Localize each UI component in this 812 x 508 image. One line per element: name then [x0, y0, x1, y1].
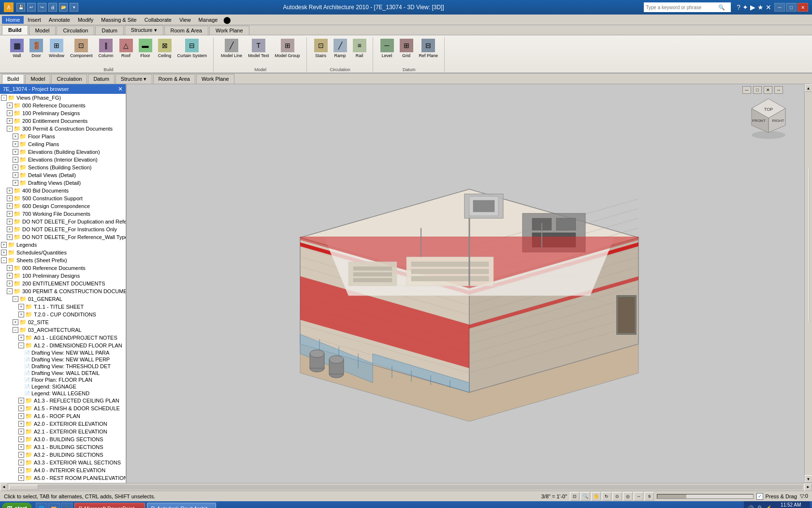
pb-100prelim-sheets[interactable]: + 📁 100 Preliminary Designs — [0, 272, 126, 280]
roof-button[interactable]: △ Roof — [117, 37, 135, 60]
pb-03arch[interactable]: − 📁 03_ARCHITECTURAL — [0, 326, 126, 334]
a40-expander[interactable]: + — [18, 467, 24, 473]
floor-button[interactable]: ▬ Floor — [136, 37, 155, 60]
sections-building-expander[interactable]: + — [13, 164, 18, 170]
wall-button[interactable]: ▦ Wall — [8, 37, 26, 60]
model-text-button[interactable]: T Model Text — [246, 37, 271, 60]
ribbon-tab-model[interactable]: Model — [29, 26, 56, 35]
pb-detail-views[interactable]: + 📁 Detail Views (Detail) — [0, 171, 126, 179]
tool-tab-build[interactable]: Build — [2, 74, 24, 84]
a32-expander[interactable]: + — [18, 452, 24, 458]
pb-legend-signage[interactable]: 📄 Legend: SIGNAGE — [0, 383, 126, 390]
drafting-views-expander[interactable]: + — [13, 180, 18, 186]
scroll-up-button[interactable]: ▲ — [805, 84, 812, 92]
pb-donot-dup[interactable]: + 📁 DO NOT DELETE_For Duplication and Re… — [0, 218, 126, 225]
pb-content[interactable]: − 📁 Views (Phase_FG) + 📁 000 Reference D… — [0, 94, 126, 483]
pb-views-root[interactable]: − 📁 Views (Phase_FG) — [0, 94, 126, 102]
nav-icon-4[interactable]: ↻ — [602, 492, 611, 501]
menu-view[interactable]: View — [175, 16, 195, 24]
column-button[interactable]: ‖ Column — [96, 37, 116, 60]
pb-a30[interactable]: + 📁 A3.0 - BUILDING SECTIONS — [0, 435, 126, 443]
ramp-button[interactable]: ╱ Ramp — [331, 37, 349, 60]
stairs-button[interactable]: ⊡ Stairs — [312, 37, 330, 60]
qa-undo[interactable]: ↩ — [27, 3, 36, 12]
menu-insert[interactable]: Insert — [24, 16, 45, 24]
nav-icon-7[interactable]: ↔ — [634, 492, 643, 501]
detail-views-expander[interactable]: + — [13, 172, 18, 178]
pb-a16[interactable]: + 📁 A1.6 - ROOF PLAN — [0, 412, 126, 420]
pb-a32[interactable]: + 📁 A3.2 - BUILDING SECTIONS — [0, 451, 126, 459]
menu-extra[interactable]: ⬤ — [221, 16, 233, 24]
ribbon-tab-circulation[interactable]: Circulation — [57, 26, 94, 35]
300permit-expander[interactable]: − — [7, 126, 13, 132]
pb-ceiling-plans[interactable]: + 📁 Ceiling Plans — [0, 140, 126, 148]
nav-icon-1[interactable]: ⊡ — [570, 492, 580, 501]
pb-t20[interactable]: + 📁 T.2.0 - CUP CONDITIONS — [0, 311, 126, 318]
star-icon[interactable]: ★ — [757, 3, 764, 11]
vp-ctrl-restore[interactable]: ↔ — [774, 86, 783, 94]
nav-icon-6[interactable]: ◎ — [623, 492, 633, 501]
a16-expander[interactable]: + — [18, 413, 24, 419]
close-small-icon[interactable]: ✕ — [766, 3, 771, 11]
a01-expander[interactable]: + — [18, 335, 24, 341]
pb-400bid[interactable]: + 📁 400 Bid Documents — [0, 187, 126, 194]
pb-sections-building[interactable]: + 📁 Sections (Building Section) — [0, 164, 126, 171]
a31-expander[interactable]: + — [18, 444, 24, 450]
tool-tab-work-plane[interactable]: Work Plane — [196, 74, 234, 84]
model-line-button[interactable]: ╱ Model Line — [218, 37, 245, 60]
pb-01general[interactable]: − 📁 01_GENERAL — [0, 295, 126, 303]
level-button[interactable]: ─ Level — [378, 37, 396, 60]
door-button[interactable]: 🚪 Door — [27, 37, 45, 60]
pb-a40[interactable]: + 📁 A4.0 - INTERIOR ELEVATION — [0, 466, 126, 474]
maximize-button[interactable]: □ — [786, 3, 797, 12]
pb-donot-ref[interactable]: + 📁 DO NOT DELETE_For Reference_Wall Typ… — [0, 233, 126, 241]
tool-tab-circulation[interactable]: Circulation — [51, 74, 87, 84]
pb-drafting-views[interactable]: + 📁 Drafting Views (Detail) — [0, 179, 126, 187]
vp-ctrl-max[interactable]: □ — [753, 86, 762, 94]
tool-tab-structure[interactable]: Structure ▾ — [116, 74, 152, 84]
pb-a13[interactable]: + 📁 A1.3 - REFLECTED CEILING PLAN — [0, 397, 126, 404]
hscroll-left-button[interactable]: ◄ — [0, 483, 8, 491]
qa-dropdown[interactable]: ▾ — [70, 3, 78, 12]
pb-floor-plans[interactable]: + 📁 Floor Plans — [0, 133, 126, 140]
menu-massing[interactable]: Massing & Site — [97, 16, 140, 24]
a33-expander[interactable]: + — [18, 460, 24, 465]
a12-expander[interactable]: − — [18, 343, 24, 348]
menu-annotate[interactable]: Annotate — [45, 16, 74, 24]
pb-200entitle[interactable]: + 📁 200 Entitlement Documents — [0, 117, 126, 125]
ribbon-tab-work-plane[interactable]: Work Plane — [209, 26, 249, 35]
model-group-button[interactable]: ⊞ Model Group — [272, 37, 302, 60]
donot-inst-expander[interactable]: + — [7, 226, 13, 232]
nav-icon-5[interactable]: ⊙ — [612, 492, 622, 501]
qa-save[interactable]: 💾 — [16, 3, 25, 12]
02site-expander[interactable]: + — [13, 319, 18, 325]
ribbon-tab-structure[interactable]: Structure ▾ — [125, 25, 163, 35]
schedules-expander[interactable]: + — [1, 250, 7, 255]
menu-home[interactable]: Home — [2, 16, 24, 24]
t11-expander[interactable]: + — [18, 304, 24, 310]
legends-expander[interactable]: + — [1, 242, 7, 248]
pb-floor-plan[interactable]: 📄 Floor Plan: FLOOR PLAN — [0, 376, 126, 383]
300permit-sheets-expander[interactable]: − — [7, 288, 13, 294]
pb-t11[interactable]: + 📁 T.1.1 - TITLE SHEET — [0, 303, 126, 311]
pb-a50[interactable]: + 📁 A5.0 - REST ROOM PLAN/ELEVATION — [0, 474, 126, 482]
scroll-indicator[interactable] — [657, 494, 754, 499]
scroll-down-button[interactable]: ▼ — [805, 475, 812, 483]
grid-button[interactable]: ⊞ Grid — [397, 37, 416, 60]
100prelim-sheets-expander[interactable]: + — [7, 273, 13, 279]
search-box[interactable]: 🔍 — [644, 2, 731, 12]
pb-legend-wall[interactable]: 📄 Legend: WALL LEGEND — [0, 390, 126, 397]
pb-schedules[interactable]: + 📁 Schedules/Quantities — [0, 249, 126, 256]
pb-a12[interactable]: − 📁 A1.2 - DIMENSIONED FLOOR PLAN — [0, 342, 126, 349]
qa-redo[interactable]: ↪ — [38, 3, 46, 12]
pb-000ref-sheets[interactable]: + 📁 000 Reference Documents — [0, 264, 126, 272]
hscroll-track[interactable] — [9, 485, 803, 490]
qa-open[interactable]: 📂 — [59, 3, 68, 12]
pb-draft-wall-detail[interactable]: 📄 Drafting View: WALL DETAIL — [0, 370, 126, 376]
000ref-expander[interactable]: + — [7, 103, 13, 108]
taskbar-powerpoint[interactable]: P Microsoft PowerPoint ... — [74, 503, 145, 508]
viewport[interactable]: ─ □ ✕ ↔ TOP RIGHT FRONT — [127, 84, 812, 483]
pb-a20[interactable]: + 📁 A2.0 - EXTERIOR ELEVATION — [0, 420, 126, 428]
close-button[interactable]: ✕ — [798, 3, 808, 12]
ql-folder[interactable]: 📂 — [48, 503, 60, 508]
